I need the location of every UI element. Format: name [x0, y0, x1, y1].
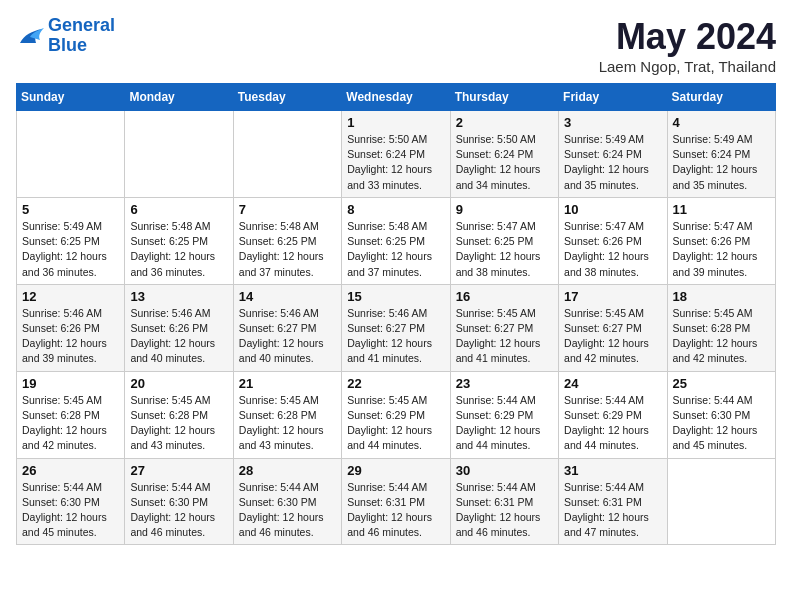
- day-info: Sunrise: 5:44 AM Sunset: 6:29 PM Dayligh…: [456, 393, 553, 454]
- calendar-table: SundayMondayTuesdayWednesdayThursdayFrid…: [16, 83, 776, 545]
- calendar-cell: 22Sunrise: 5:45 AM Sunset: 6:29 PM Dayli…: [342, 371, 450, 458]
- calendar-cell: 16Sunrise: 5:45 AM Sunset: 6:27 PM Dayli…: [450, 284, 558, 371]
- day-number: 18: [673, 289, 770, 304]
- page-title: May 2024: [599, 16, 776, 58]
- day-number: 24: [564, 376, 661, 391]
- day-info: Sunrise: 5:44 AM Sunset: 6:30 PM Dayligh…: [673, 393, 770, 454]
- day-info: Sunrise: 5:44 AM Sunset: 6:31 PM Dayligh…: [347, 480, 444, 541]
- day-info: Sunrise: 5:46 AM Sunset: 6:27 PM Dayligh…: [239, 306, 336, 367]
- calendar-cell: 1Sunrise: 5:50 AM Sunset: 6:24 PM Daylig…: [342, 111, 450, 198]
- logo-icon: [16, 25, 44, 47]
- day-info: Sunrise: 5:49 AM Sunset: 6:24 PM Dayligh…: [564, 132, 661, 193]
- title-block: May 2024 Laem Ngop, Trat, Thailand: [599, 16, 776, 75]
- day-info: Sunrise: 5:44 AM Sunset: 6:30 PM Dayligh…: [239, 480, 336, 541]
- day-info: Sunrise: 5:44 AM Sunset: 6:30 PM Dayligh…: [22, 480, 119, 541]
- day-info: Sunrise: 5:47 AM Sunset: 6:26 PM Dayligh…: [673, 219, 770, 280]
- day-info: Sunrise: 5:49 AM Sunset: 6:24 PM Dayligh…: [673, 132, 770, 193]
- day-info: Sunrise: 5:50 AM Sunset: 6:24 PM Dayligh…: [347, 132, 444, 193]
- day-number: 4: [673, 115, 770, 130]
- calendar-cell: [667, 458, 775, 545]
- calendar-cell: 4Sunrise: 5:49 AM Sunset: 6:24 PM Daylig…: [667, 111, 775, 198]
- calendar-cell: 25Sunrise: 5:44 AM Sunset: 6:30 PM Dayli…: [667, 371, 775, 458]
- day-number: 27: [130, 463, 227, 478]
- calendar-week-5: 26Sunrise: 5:44 AM Sunset: 6:30 PM Dayli…: [17, 458, 776, 545]
- calendar-cell: 19Sunrise: 5:45 AM Sunset: 6:28 PM Dayli…: [17, 371, 125, 458]
- day-number: 28: [239, 463, 336, 478]
- day-number: 30: [456, 463, 553, 478]
- logo-text: General Blue: [48, 16, 115, 56]
- day-info: Sunrise: 5:45 AM Sunset: 6:28 PM Dayligh…: [22, 393, 119, 454]
- calendar-cell: 5Sunrise: 5:49 AM Sunset: 6:25 PM Daylig…: [17, 197, 125, 284]
- day-number: 13: [130, 289, 227, 304]
- calendar-cell: 12Sunrise: 5:46 AM Sunset: 6:26 PM Dayli…: [17, 284, 125, 371]
- calendar-cell: 21Sunrise: 5:45 AM Sunset: 6:28 PM Dayli…: [233, 371, 341, 458]
- calendar-cell: 23Sunrise: 5:44 AM Sunset: 6:29 PM Dayli…: [450, 371, 558, 458]
- calendar-cell: 28Sunrise: 5:44 AM Sunset: 6:30 PM Dayli…: [233, 458, 341, 545]
- page-header: General Blue May 2024 Laem Ngop, Trat, T…: [16, 16, 776, 75]
- day-number: 22: [347, 376, 444, 391]
- calendar-cell: 18Sunrise: 5:45 AM Sunset: 6:28 PM Dayli…: [667, 284, 775, 371]
- day-info: Sunrise: 5:45 AM Sunset: 6:27 PM Dayligh…: [564, 306, 661, 367]
- day-number: 2: [456, 115, 553, 130]
- page-subtitle: Laem Ngop, Trat, Thailand: [599, 58, 776, 75]
- calendar-cell: 9Sunrise: 5:47 AM Sunset: 6:25 PM Daylig…: [450, 197, 558, 284]
- calendar-cell: 29Sunrise: 5:44 AM Sunset: 6:31 PM Dayli…: [342, 458, 450, 545]
- day-number: 7: [239, 202, 336, 217]
- day-info: Sunrise: 5:49 AM Sunset: 6:25 PM Dayligh…: [22, 219, 119, 280]
- calendar-cell: 27Sunrise: 5:44 AM Sunset: 6:30 PM Dayli…: [125, 458, 233, 545]
- day-number: 14: [239, 289, 336, 304]
- calendar-cell: 2Sunrise: 5:50 AM Sunset: 6:24 PM Daylig…: [450, 111, 558, 198]
- calendar-cell: 7Sunrise: 5:48 AM Sunset: 6:25 PM Daylig…: [233, 197, 341, 284]
- col-header-saturday: Saturday: [667, 84, 775, 111]
- col-header-wednesday: Wednesday: [342, 84, 450, 111]
- day-info: Sunrise: 5:47 AM Sunset: 6:25 PM Dayligh…: [456, 219, 553, 280]
- calendar-cell: 13Sunrise: 5:46 AM Sunset: 6:26 PM Dayli…: [125, 284, 233, 371]
- calendar-cell: 11Sunrise: 5:47 AM Sunset: 6:26 PM Dayli…: [667, 197, 775, 284]
- col-header-thursday: Thursday: [450, 84, 558, 111]
- day-number: 5: [22, 202, 119, 217]
- calendar-week-2: 5Sunrise: 5:49 AM Sunset: 6:25 PM Daylig…: [17, 197, 776, 284]
- col-header-sunday: Sunday: [17, 84, 125, 111]
- calendar-cell: 10Sunrise: 5:47 AM Sunset: 6:26 PM Dayli…: [559, 197, 667, 284]
- day-info: Sunrise: 5:48 AM Sunset: 6:25 PM Dayligh…: [130, 219, 227, 280]
- calendar-cell: [125, 111, 233, 198]
- calendar-cell: 15Sunrise: 5:46 AM Sunset: 6:27 PM Dayli…: [342, 284, 450, 371]
- calendar-cell: 31Sunrise: 5:44 AM Sunset: 6:31 PM Dayli…: [559, 458, 667, 545]
- day-info: Sunrise: 5:45 AM Sunset: 6:29 PM Dayligh…: [347, 393, 444, 454]
- day-number: 31: [564, 463, 661, 478]
- day-info: Sunrise: 5:47 AM Sunset: 6:26 PM Dayligh…: [564, 219, 661, 280]
- day-number: 21: [239, 376, 336, 391]
- calendar-cell: 3Sunrise: 5:49 AM Sunset: 6:24 PM Daylig…: [559, 111, 667, 198]
- day-info: Sunrise: 5:45 AM Sunset: 6:27 PM Dayligh…: [456, 306, 553, 367]
- calendar-week-1: 1Sunrise: 5:50 AM Sunset: 6:24 PM Daylig…: [17, 111, 776, 198]
- day-info: Sunrise: 5:44 AM Sunset: 6:30 PM Dayligh…: [130, 480, 227, 541]
- day-info: Sunrise: 5:44 AM Sunset: 6:29 PM Dayligh…: [564, 393, 661, 454]
- day-info: Sunrise: 5:48 AM Sunset: 6:25 PM Dayligh…: [239, 219, 336, 280]
- day-number: 23: [456, 376, 553, 391]
- day-number: 29: [347, 463, 444, 478]
- day-info: Sunrise: 5:45 AM Sunset: 6:28 PM Dayligh…: [130, 393, 227, 454]
- day-info: Sunrise: 5:44 AM Sunset: 6:31 PM Dayligh…: [564, 480, 661, 541]
- calendar-cell: 24Sunrise: 5:44 AM Sunset: 6:29 PM Dayli…: [559, 371, 667, 458]
- day-number: 19: [22, 376, 119, 391]
- day-number: 26: [22, 463, 119, 478]
- day-number: 8: [347, 202, 444, 217]
- calendar-cell: [233, 111, 341, 198]
- day-number: 11: [673, 202, 770, 217]
- calendar-cell: 14Sunrise: 5:46 AM Sunset: 6:27 PM Dayli…: [233, 284, 341, 371]
- col-header-friday: Friday: [559, 84, 667, 111]
- calendar-cell: 20Sunrise: 5:45 AM Sunset: 6:28 PM Dayli…: [125, 371, 233, 458]
- day-number: 17: [564, 289, 661, 304]
- day-number: 9: [456, 202, 553, 217]
- calendar-week-4: 19Sunrise: 5:45 AM Sunset: 6:28 PM Dayli…: [17, 371, 776, 458]
- day-number: 25: [673, 376, 770, 391]
- day-info: Sunrise: 5:46 AM Sunset: 6:27 PM Dayligh…: [347, 306, 444, 367]
- day-info: Sunrise: 5:48 AM Sunset: 6:25 PM Dayligh…: [347, 219, 444, 280]
- day-info: Sunrise: 5:46 AM Sunset: 6:26 PM Dayligh…: [22, 306, 119, 367]
- day-number: 12: [22, 289, 119, 304]
- day-info: Sunrise: 5:45 AM Sunset: 6:28 PM Dayligh…: [239, 393, 336, 454]
- col-header-tuesday: Tuesday: [233, 84, 341, 111]
- calendar-week-3: 12Sunrise: 5:46 AM Sunset: 6:26 PM Dayli…: [17, 284, 776, 371]
- day-number: 20: [130, 376, 227, 391]
- day-number: 6: [130, 202, 227, 217]
